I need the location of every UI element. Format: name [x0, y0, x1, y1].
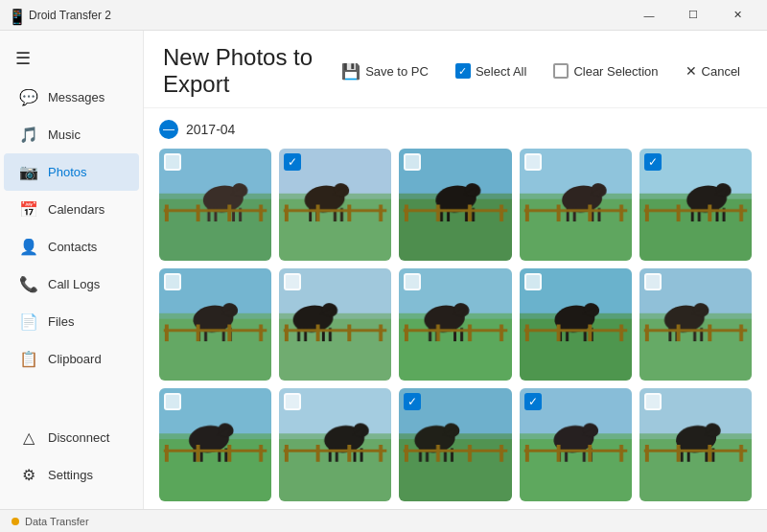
- content-area: New Photos to Export 💾 Save to PC Select…: [144, 31, 767, 509]
- photo-checkbox[interactable]: [644, 273, 662, 290]
- photo-item[interactable]: [639, 268, 752, 381]
- sidebar-item-call-logs[interactable]: 📞 Call Logs: [4, 266, 139, 303]
- photo-item[interactable]: [639, 388, 752, 500]
- statusbar: Data Transfer: [0, 509, 767, 532]
- sidebar-item-contacts-label: Contacts: [48, 240, 97, 254]
- sidebar-item-disconnect[interactable]: △ Disconnect: [4, 419, 139, 456]
- photo-item[interactable]: [399, 388, 511, 500]
- photo-item[interactable]: [520, 268, 632, 381]
- photo-checkbox[interactable]: [524, 393, 542, 410]
- photo-checkbox[interactable]: [404, 273, 421, 290]
- contacts-icon: 👤: [19, 238, 38, 256]
- cancel-button[interactable]: ✕ Cancel: [678, 59, 748, 82]
- files-icon: 📄: [19, 312, 38, 331]
- select-all-button[interactable]: Select All: [448, 59, 534, 82]
- call-logs-icon: 📞: [19, 275, 38, 293]
- photo-checkbox[interactable]: [524, 153, 542, 171]
- photo-checkbox[interactable]: [644, 393, 662, 410]
- app-icon: 📱: [8, 8, 23, 23]
- window-controls: — ☐ ✕: [627, 0, 759, 31]
- disconnect-icon: △: [19, 428, 38, 447]
- clear-selection-checkbox-icon: [553, 63, 569, 79]
- photo-checkbox[interactable]: [164, 153, 181, 171]
- group-label: 2017-04: [186, 122, 235, 137]
- sidebar-item-music-label: Music: [48, 127, 81, 142]
- save-icon: 💾: [341, 62, 360, 81]
- sidebar-item-messages-label: Messages: [48, 90, 105, 104]
- sidebar-item-contacts[interactable]: 👤 Contacts: [4, 228, 139, 266]
- photo-checkbox[interactable]: [164, 273, 181, 290]
- photos-icon: 📷: [19, 163, 38, 181]
- photo-item[interactable]: [279, 388, 391, 500]
- photo-grid: [159, 149, 752, 509]
- minimize-button[interactable]: —: [627, 0, 671, 31]
- hamburger-menu-icon[interactable]: ☰: [0, 38, 143, 79]
- sidebar: ☰ 💬 Messages 🎵 Music 📷 Photos 📅 Calendar…: [0, 31, 144, 509]
- cancel-label: Cancel: [702, 64, 740, 79]
- photo-checkbox[interactable]: [284, 393, 301, 410]
- photo-checkbox[interactable]: [284, 153, 301, 171]
- music-icon: 🎵: [19, 126, 38, 144]
- sidebar-top: ☰ 💬 Messages 🎵 Music 📷 Photos 📅 Calendar…: [0, 38, 143, 419]
- sidebar-item-call-logs-label: Call Logs: [48, 277, 100, 291]
- app-title: Droid Transfer 2: [29, 9, 627, 22]
- sidebar-item-settings-label: Settings: [48, 468, 93, 482]
- sidebar-bottom: △ Disconnect ⚙ Settings: [0, 419, 143, 501]
- photo-item[interactable]: [399, 149, 511, 261]
- sidebar-item-photos-label: Photos: [48, 165, 86, 179]
- photo-item[interactable]: [520, 149, 632, 261]
- main-layout: ☰ 💬 Messages 🎵 Music 📷 Photos 📅 Calendar…: [0, 31, 767, 509]
- clear-selection-label: Clear Selection: [573, 64, 658, 79]
- status-label: Data Transfer: [25, 516, 89, 527]
- sidebar-item-calendars-label: Calendars: [48, 202, 105, 217]
- photo-checkbox[interactable]: [404, 153, 421, 171]
- group-collapse-button[interactable]: —: [159, 120, 178, 139]
- sidebar-item-photos[interactable]: 📷 Photos: [4, 153, 139, 191]
- cancel-icon: ✕: [686, 63, 697, 79]
- photo-checkbox[interactable]: [524, 273, 542, 290]
- sidebar-item-calendars[interactable]: 📅 Calendars: [4, 191, 139, 228]
- content-header: New Photos to Export 💾 Save to PC Select…: [144, 31, 767, 108]
- photo-item[interactable]: [520, 388, 632, 500]
- sidebar-item-files-label: Files: [48, 314, 74, 329]
- photo-item[interactable]: [279, 149, 391, 261]
- clear-selection-button[interactable]: Clear Selection: [546, 59, 665, 82]
- close-button[interactable]: ✕: [715, 0, 759, 31]
- page-title: New Photos to Export: [163, 44, 322, 98]
- select-all-checkbox-icon: [455, 63, 471, 79]
- photo-item[interactable]: [159, 268, 271, 381]
- photo-checkbox[interactable]: [644, 153, 662, 171]
- sidebar-item-messages[interactable]: 💬 Messages: [4, 79, 139, 116]
- status-indicator: [12, 518, 19, 525]
- photo-group-header: — 2017-04: [159, 120, 752, 139]
- sidebar-item-clipboard-label: Clipboard: [48, 352, 102, 366]
- photo-item[interactable]: [159, 388, 271, 500]
- save-label: Save to PC: [365, 64, 429, 79]
- clipboard-icon: 📋: [19, 350, 38, 368]
- calendars-icon: 📅: [19, 200, 38, 219]
- settings-icon: ⚙: [19, 466, 38, 484]
- photo-checkbox[interactable]: [404, 393, 421, 410]
- photo-item[interactable]: [279, 268, 391, 381]
- messages-icon: 💬: [19, 88, 38, 106]
- sidebar-item-clipboard[interactable]: 📋 Clipboard: [4, 340, 139, 378]
- sidebar-item-music[interactable]: 🎵 Music: [4, 116, 139, 153]
- select-all-label: Select All: [476, 64, 526, 79]
- photo-item[interactable]: [639, 149, 752, 261]
- photo-checkbox[interactable]: [164, 393, 181, 410]
- sidebar-item-files[interactable]: 📄 Files: [4, 303, 139, 340]
- sidebar-item-settings[interactable]: ⚙ Settings: [4, 456, 139, 494]
- save-to-pc-button[interactable]: 💾 Save to PC: [334, 58, 436, 84]
- photo-item[interactable]: [399, 268, 511, 381]
- photos-area[interactable]: — 2017-04: [144, 108, 767, 509]
- photo-item[interactable]: [159, 149, 271, 261]
- titlebar: 📱 Droid Transfer 2 — ☐ ✕: [0, 0, 767, 31]
- photo-checkbox[interactable]: [284, 273, 301, 290]
- sidebar-item-disconnect-label: Disconnect: [48, 430, 109, 445]
- maximize-button[interactable]: ☐: [671, 0, 715, 31]
